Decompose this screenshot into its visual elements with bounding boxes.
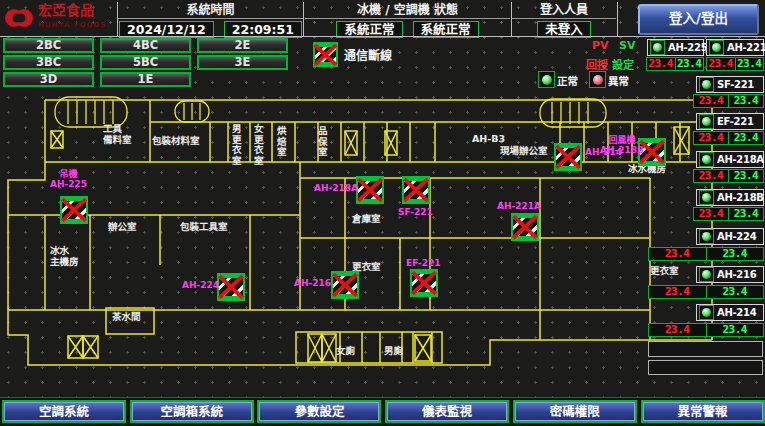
lamp-glyph: [702, 232, 711, 241]
unit-values-sf-221: 23.423.4: [693, 94, 764, 108]
device-label: 吊機 AH-225: [50, 170, 87, 190]
sv-value: 23.4: [729, 95, 763, 107]
system-time-label: 系統時間: [118, 2, 303, 19]
device-label: SF-221: [398, 208, 433, 218]
lamp-glyph: [702, 80, 711, 89]
unit-status-lamp: [699, 77, 714, 92]
room-label: 男更衣室: [230, 124, 241, 166]
unit-values-ef-221: 23.423.4: [693, 131, 764, 145]
nav-button-3[interactable]: 參數設定: [257, 400, 381, 423]
floor-button-2bc[interactable]: 2BC: [3, 38, 94, 53]
floor-button-1e[interactable]: 1E: [100, 72, 191, 87]
pv-value: 23.4: [647, 58, 676, 70]
floor-button-3bc[interactable]: 3BC: [3, 55, 94, 70]
unit-status-lamp: [699, 114, 714, 129]
unit-values-ah-214: 23.423.4: [648, 323, 764, 337]
nav-button-4[interactable]: 儀表監視: [385, 400, 509, 423]
hunya-logo: 宏亞食品 HUNYA FOODS: [4, 3, 106, 33]
floor-button-2e[interactable]: 2E: [197, 38, 288, 53]
normal-legend-label: 正常: [557, 73, 578, 88]
device-label: EF-221: [406, 259, 441, 269]
lamp-glyph: [653, 43, 662, 52]
unit-ah-218b[interactable]: AH-218B: [696, 189, 764, 206]
divider: [303, 2, 304, 36]
room-label: 包裝工具室: [180, 222, 234, 233]
unit-ah-218a[interactable]: AH-218A: [696, 151, 764, 168]
device-icon-ah-224[interactable]: [217, 273, 245, 301]
unit-ah-225[interactable]: AH-225: [647, 39, 704, 56]
nav-button-5[interactable]: 密碼權限: [513, 400, 637, 423]
unit-name-text: AH-214: [717, 307, 756, 318]
pv-value: 23.4: [694, 170, 729, 182]
unit-values-ah-225: 23.423.4: [646, 57, 704, 71]
pv-value: 23.4: [694, 132, 729, 144]
unit-ah-221a[interactable]: AH-221A: [706, 39, 764, 56]
nav-button-2[interactable]: 空調箱系統: [130, 400, 254, 423]
floor-button-5bc[interactable]: 5BC: [100, 55, 191, 70]
unit-ah-224[interactable]: AH-224: [696, 228, 764, 245]
device-icon-sf-221[interactable]: [402, 176, 430, 204]
device-icon-ef-221[interactable]: [410, 269, 438, 297]
abnormal-lamp-icon: [589, 71, 606, 88]
room-label: 倉庫室: [352, 214, 381, 225]
unit-name-text: AH-225: [668, 42, 707, 53]
unit-name-text: EF-221: [717, 116, 754, 127]
room-label: 男廁: [384, 346, 403, 357]
room-label: AH-B3: [472, 134, 505, 145]
sv-value: 23.4: [707, 286, 764, 298]
device-icon-ah-221a[interactable]: [511, 213, 539, 241]
unit-name-text: SF-221: [717, 79, 754, 90]
unit-status-lamp: [650, 40, 665, 55]
room-label: 烘焙室: [275, 126, 286, 158]
room-label: 茶水間: [112, 312, 141, 323]
login-label: 登入人員: [512, 2, 616, 19]
machine-status-section: 冰機 / 空調機 狀態 系統正常 系統正常: [305, 2, 510, 36]
unit-values-ah-224: 23.423.4: [648, 247, 764, 261]
sv-value: 23.4: [676, 58, 704, 70]
pv-header: PV: [592, 39, 609, 52]
pv-value: 23.4: [707, 58, 736, 70]
unit-values-ah-216: 23.423.4: [648, 285, 764, 299]
abnormal-legend-label: 異常: [608, 73, 629, 88]
sv-header: SV: [619, 39, 635, 52]
device-icon-ah-214[interactable]: [554, 143, 582, 171]
shaft-x-boxes: [51, 127, 689, 362]
spare-slot: [648, 341, 763, 357]
unit-name-text: AH-224: [717, 231, 756, 242]
unit-ah-216[interactable]: AH-216: [696, 266, 764, 283]
floor-button-3e[interactable]: 3E: [197, 55, 288, 70]
setting-header: 設定: [612, 56, 634, 72]
sv-value: 23.4: [707, 248, 764, 260]
room-label: 更衣室: [650, 266, 679, 277]
unit-sf-221[interactable]: SF-221: [696, 76, 764, 93]
device-icon-ah-216[interactable]: [331, 271, 359, 299]
sv-value: 23.4: [736, 58, 764, 70]
pv-value: 23.4: [649, 248, 707, 260]
device-icon-ah-218a[interactable]: [356, 176, 384, 204]
device-icon-吊機-ah-225[interactable]: [60, 196, 88, 224]
spare-slot: [648, 360, 763, 375]
device-label: AH-221A: [497, 202, 541, 212]
floor-button-3d[interactable]: 3D: [3, 72, 94, 87]
pv-value: 23.4: [694, 208, 729, 220]
room-label: 女更衣室: [252, 124, 263, 166]
floor-button-4bc[interactable]: 4BC: [100, 38, 191, 53]
lamp-glyph: [702, 155, 711, 164]
device-label: 回風機 AH-218B: [600, 136, 644, 156]
divider: [617, 2, 618, 36]
room-label: 品保室: [316, 126, 327, 158]
unit-ef-221[interactable]: EF-221: [696, 113, 764, 130]
device-label: AH-224: [182, 281, 219, 291]
lamp-glyph: [702, 270, 711, 279]
login-section: 登入人員 未登入: [512, 2, 616, 36]
nav-button-6[interactable]: 異常警報: [641, 400, 765, 423]
login-logout-button[interactable]: 登入/登出: [638, 4, 759, 35]
nav-button-1[interactable]: 空調系統: [2, 400, 126, 423]
sv-value: 23.4: [729, 132, 763, 144]
machine-status-label: 冰機 / 空調機 狀態: [305, 2, 510, 19]
unit-status-lamp: [699, 267, 714, 282]
pv-value: 23.4: [694, 95, 729, 107]
device-label: AH-218A: [314, 184, 358, 194]
sv-value: 23.4: [729, 170, 763, 182]
unit-ah-214[interactable]: AH-214: [696, 304, 764, 321]
